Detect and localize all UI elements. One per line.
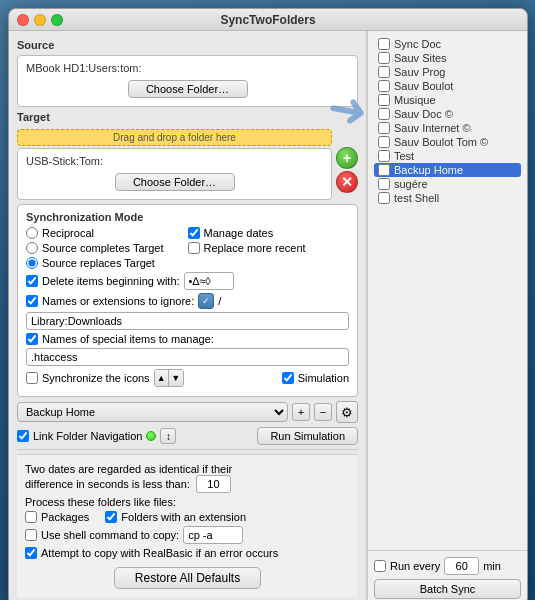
names-ext-checkbox[interactable] (26, 295, 38, 307)
checklist-item[interactable]: Sauv Internet © (374, 121, 521, 135)
left-panel: Source MBook HD1:Users:tom: Choose Folde… (9, 31, 367, 600)
checklist-item[interactable]: sugére (374, 177, 521, 191)
simulation-checkbox[interactable] (282, 372, 294, 384)
checklist-item[interactable]: Sauv Boulot (374, 79, 521, 93)
stepper-down[interactable]: ▲ (155, 370, 169, 386)
dates-desc: Two dates are regarded as identical if t… (25, 463, 350, 493)
manage-dates-checkbox[interactable] (188, 227, 200, 239)
checklist-item[interactable]: Sauv Doc © (374, 107, 521, 121)
add-target-button[interactable]: + (336, 147, 358, 169)
remove-preset-button[interactable]: − (314, 403, 332, 421)
checklist-item[interactable]: test Shell (374, 191, 521, 205)
sync-check-group: Manage dates Replace more recent (188, 227, 350, 272)
sync-options-row: Reciprocal Source completes Target Sourc… (26, 227, 349, 272)
source-replaces-row: Source replaces Target (26, 257, 188, 269)
realbasic-checkbox[interactable] (25, 547, 37, 559)
checklist-item[interactable]: Musique (374, 93, 521, 107)
target-icons: + ✕ (336, 127, 358, 193)
checklist-item-checkbox[interactable] (378, 192, 390, 204)
checklist-item-checkbox[interactable] (378, 80, 390, 92)
realbasic-row: Attempt to copy with RealBasic if an err… (25, 547, 350, 559)
target-path: USB-Stick:Tom: (22, 153, 327, 169)
dates-label-1: Two dates are regarded as identical if t… (25, 463, 232, 475)
realbasic-label: Attempt to copy with RealBasic if an err… (41, 547, 278, 559)
add-preset-button[interactable]: + (292, 403, 310, 421)
special-items-checkbox[interactable] (26, 333, 38, 345)
checklist-item-checkbox[interactable] (378, 178, 390, 190)
names-ext-suffix: / (218, 295, 221, 307)
preset-dropdown[interactable]: Backup Home (17, 402, 288, 422)
remove-target-button[interactable]: ✕ (336, 171, 358, 193)
shell-checkbox[interactable] (25, 529, 37, 541)
target-choose-button[interactable]: Choose Folder… (115, 173, 235, 191)
names-ext-icon: ✓ (198, 293, 214, 309)
shell-command-field[interactable] (183, 526, 243, 544)
special-items-field[interactable] (26, 348, 349, 366)
process-options-row: Packages Folders with an extension (25, 511, 350, 523)
icons-stepper: ▲ ▼ (154, 369, 184, 387)
checklist-item-label: Sauv Boulot (394, 80, 453, 92)
replace-recent-checkbox[interactable] (188, 242, 200, 254)
checklist-item-label: Sauv Internet © (394, 122, 471, 134)
link-row: Link Folder Navigation ↕ Run Simulation (17, 427, 358, 445)
run-simulation-button[interactable]: Run Simulation (257, 427, 358, 445)
names-ext-row: Names or extensions to ignore: ✓ / (26, 293, 349, 309)
checklist-item[interactable]: Test (374, 149, 521, 163)
minimize-button[interactable] (34, 14, 46, 26)
batch-sync-button[interactable]: Batch Sync (374, 579, 521, 599)
checklist-item[interactable]: Sync Doc (374, 37, 521, 51)
delete-items-field[interactable] (184, 272, 234, 290)
packages-checkbox[interactable] (25, 511, 37, 523)
folders-ext-checkbox[interactable] (105, 511, 117, 523)
checklist-item[interactable]: Sauv Boulot Tom © (374, 135, 521, 149)
special-items-field-row (26, 348, 349, 366)
checklist-item[interactable]: Sauv Prog (374, 65, 521, 79)
checklist-item-checkbox[interactable] (378, 52, 390, 64)
checklist-item-checkbox[interactable] (378, 94, 390, 106)
checklist-item-checkbox[interactable] (378, 164, 390, 176)
sync-icons-checkbox[interactable] (26, 372, 38, 384)
titlebar: SyncTwoFolders (9, 9, 527, 31)
main-window: SyncTwoFolders Source MBook HD1:Users:to… (8, 8, 528, 600)
settings-button[interactable]: ⚙ (336, 401, 358, 423)
checklist-item[interactable]: Backup Home (374, 163, 521, 177)
min-label: min (483, 560, 501, 572)
window-body: Source MBook HD1:Users:tom: Choose Folde… (9, 31, 527, 600)
special-items-label-row: Names of special items to manage: (26, 333, 349, 345)
checklist-item[interactable]: Sauv Sites (374, 51, 521, 65)
close-button[interactable] (17, 14, 29, 26)
dates-threshold-field[interactable] (196, 475, 231, 493)
maximize-button[interactable] (51, 14, 63, 26)
checklist-item-label: Test (394, 150, 414, 162)
source-path: MBook HD1:Users:tom: (22, 60, 353, 76)
restore-defaults-button[interactable]: Restore All Defaults (114, 567, 261, 589)
reciprocal-radio[interactable] (26, 227, 38, 239)
source-choose-button[interactable]: Choose Folder… (128, 80, 248, 98)
run-every-checkbox[interactable] (374, 560, 386, 572)
sort-button[interactable]: ↕ (160, 428, 176, 444)
sync-mode-section: Synchronization Mode Reciprocal Source c… (17, 204, 358, 397)
checklist: Sync DocSauv SitesSauv ProgSauv BoulotMu… (368, 31, 527, 550)
run-every-minutes-field[interactable] (444, 557, 479, 575)
checklist-item-checkbox[interactable] (378, 136, 390, 148)
source-completes-radio[interactable] (26, 242, 38, 254)
stepper-up[interactable]: ▼ (169, 370, 183, 386)
names-ext-field[interactable] (26, 312, 349, 330)
names-field-row (26, 312, 349, 330)
checklist-item-label: Sauv Prog (394, 66, 445, 78)
checklist-item-checkbox[interactable] (378, 150, 390, 162)
checklist-item-checkbox[interactable] (378, 108, 390, 120)
shell-row: Use shell command to copy: (25, 526, 350, 544)
checklist-item-label: Sauv Boulot Tom © (394, 136, 488, 148)
right-bottom: Run every min Batch Sync (368, 550, 527, 600)
checklist-item-label: Sauv Doc © (394, 108, 453, 120)
delete-items-checkbox[interactable] (26, 275, 38, 287)
link-nav-checkbox[interactable] (17, 430, 29, 442)
checklist-item-checkbox[interactable] (378, 122, 390, 134)
replace-recent-label: Replace more recent (204, 242, 306, 254)
shell-label: Use shell command to copy: (41, 529, 179, 541)
source-replaces-radio[interactable] (26, 257, 38, 269)
checklist-item-checkbox[interactable] (378, 38, 390, 50)
checklist-item-checkbox[interactable] (378, 66, 390, 78)
special-items-label: Names of special items to manage: (42, 333, 214, 345)
